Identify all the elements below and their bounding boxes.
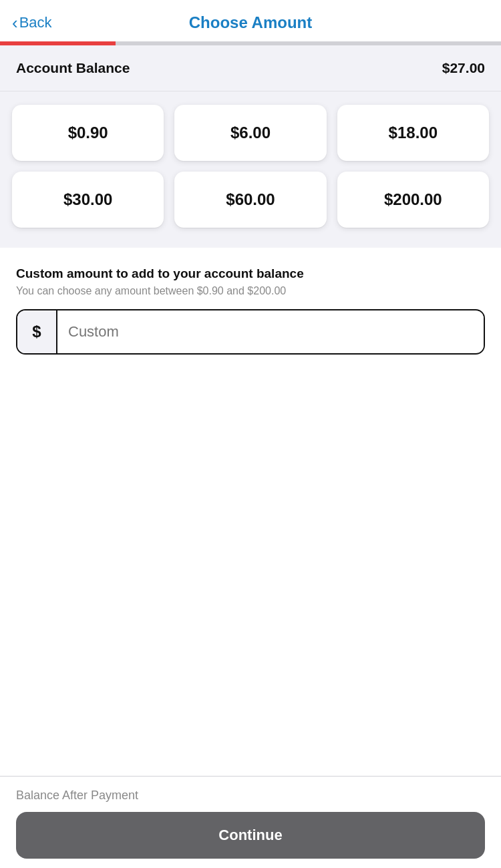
page-title: Choose Amount [189, 13, 312, 32]
amount-button-4[interactable]: $60.00 [174, 172, 326, 228]
continue-button[interactable]: Continue [16, 812, 485, 859]
amount-button-1[interactable]: $6.00 [174, 105, 326, 161]
amount-button-0[interactable]: $0.90 [12, 105, 164, 161]
account-balance-value: $27.00 [442, 60, 485, 76]
spacer [0, 369, 501, 776]
custom-amount-title: Custom amount to add to your account bal… [16, 266, 485, 281]
chevron-left-icon: ‹ [12, 14, 18, 31]
amount-button-5[interactable]: $200.00 [337, 172, 489, 228]
custom-input-wrapper: $ [16, 309, 485, 355]
custom-amount-input[interactable] [57, 311, 484, 353]
dollar-sign-prefix: $ [17, 310, 57, 353]
custom-amount-subtitle: You can choose any amount between $0.90 … [16, 285, 485, 297]
header: ‹ Back Choose Amount [0, 0, 501, 41]
custom-amount-section: Custom amount to add to your account bal… [0, 248, 501, 369]
back-button[interactable]: ‹ Back [12, 14, 52, 31]
account-balance-row: Account Balance $27.00 [0, 45, 501, 91]
footer: Balance After Payment Continue [0, 776, 501, 868]
back-label: Back [19, 14, 52, 31]
amount-grid: $0.90 $6.00 $18.00 $30.00 $60.00 $200.00 [0, 91, 501, 234]
balance-after-payment-label: Balance After Payment [16, 789, 485, 803]
amount-button-3[interactable]: $30.00 [12, 172, 164, 228]
amount-button-2[interactable]: $18.00 [337, 105, 489, 161]
account-balance-label: Account Balance [16, 60, 130, 76]
